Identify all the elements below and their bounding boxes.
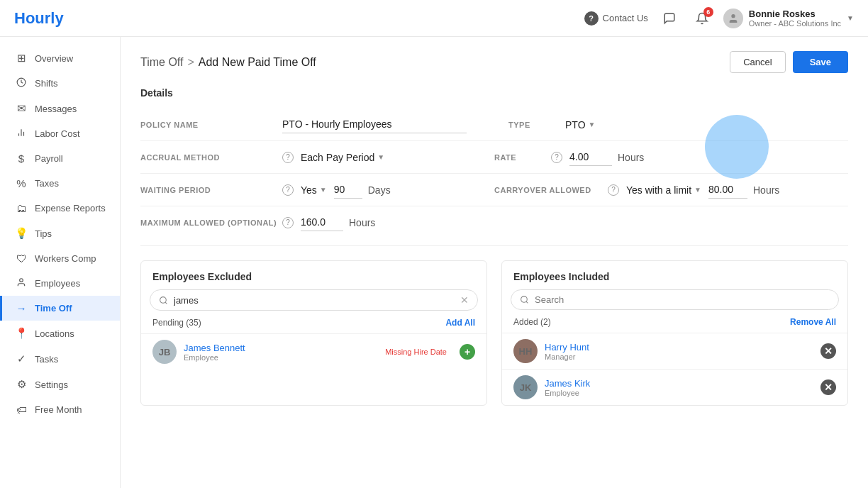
waiting-help-icon[interactable]: ? — [282, 184, 294, 196]
carryover-chevron-icon: ▼ — [694, 186, 701, 194]
svg-line-9 — [526, 301, 528, 303]
accrual-method-select[interactable]: Each Pay Period ▼ — [301, 152, 384, 163]
main-content: Time Off > Add New Paid Time Off Cancel … — [121, 37, 868, 488]
sidebar-item-messages[interactable]: ✉ Messages — [0, 96, 120, 121]
add-all-button[interactable]: Add All — [445, 318, 475, 328]
max-allowed-unit: Hours — [349, 217, 375, 228]
excluded-employee-list: JB James Bennett Employee Missing Hire D… — [141, 333, 486, 370]
policy-name-input[interactable] — [282, 116, 467, 133]
excluded-search-clear-icon[interactable]: ✕ — [460, 294, 469, 306]
carryover-help-icon[interactable]: ? — [608, 184, 619, 196]
tips-icon: 💡 — [15, 227, 28, 240]
add-employee-button[interactable]: + — [460, 344, 475, 360]
waiting-period-unit: Days — [368, 184, 391, 196]
sidebar-item-overview[interactable]: ⊞ Overview — [0, 45, 120, 71]
included-search-icon — [520, 295, 529, 304]
missing-hire-date-badge: Missing Hire Date — [385, 348, 447, 356]
sidebar-item-settings-label: Settings — [35, 379, 68, 390]
sidebar-item-overview-label: Overview — [35, 53, 73, 64]
max-allowed-help-icon[interactable]: ? — [282, 217, 294, 228]
type-select[interactable]: PTO ▼ — [565, 119, 595, 131]
sidebar-item-employees-label: Employees — [35, 278, 80, 289]
accrual-help-icon[interactable]: ? — [282, 152, 294, 163]
settings-icon: ⚙ — [15, 378, 28, 391]
included-search-input[interactable] — [535, 294, 830, 305]
notifications-button[interactable]: 6 — [691, 7, 713, 30]
waiting-period-days-input[interactable] — [334, 181, 362, 199]
employees-included-title: Employees Included — [502, 261, 847, 289]
carryover-select[interactable]: Yes with a limit ▼ — [626, 184, 701, 196]
time-off-icon: → — [15, 302, 28, 314]
sidebar-item-expense-reports-label: Expense Reports — [35, 203, 106, 214]
user-chevron-icon: ▼ — [847, 14, 854, 22]
brand-logo[interactable]: Hourly — [14, 9, 64, 28]
max-allowed-row: MAXIMUM ALLOWED (OPTIONAL) ? Hours — [140, 206, 848, 238]
employee-role: Manager — [545, 353, 813, 361]
avatar: JB — [152, 340, 177, 364]
rate-help-icon[interactable]: ? — [551, 152, 562, 163]
remove-employee-button[interactable]: ✕ — [820, 379, 836, 395]
excluded-search-box: ✕ — [150, 289, 478, 311]
employee-name: Harry Hunt — [545, 342, 813, 353]
sidebar-item-shifts[interactable]: Shifts — [0, 71, 120, 96]
list-item: JB James Bennett Employee Missing Hire D… — [141, 333, 486, 370]
sidebar-item-tips[interactable]: 💡 Tips — [0, 221, 120, 246]
employees-included-panel: Employees Included Added (2) Remove All … — [501, 260, 848, 406]
rate-label: RATE — [494, 153, 551, 162]
employees-excluded-panel: Employees Excluded ✕ Pending (35) Add Al… — [140, 260, 487, 406]
sidebar-item-labor-cost[interactable]: Labor Cost — [0, 121, 120, 146]
breadcrumb-link[interactable]: Time Off — [140, 56, 183, 69]
svg-point-5 — [20, 279, 23, 282]
carryover-hours-input[interactable] — [708, 181, 747, 199]
avatar: JK — [513, 375, 538, 399]
save-button[interactable]: Save — [793, 51, 848, 73]
accrual-method-value: Each Pay Period — [301, 152, 374, 163]
waiting-period-select[interactable]: Yes ▼ — [301, 184, 327, 196]
sidebar-item-expense-reports[interactable]: 🗂 Expense Reports — [0, 196, 120, 221]
sidebar-item-locations-label: Locations — [35, 328, 74, 339]
employees-section: Employees Excluded ✕ Pending (35) Add Al… — [140, 260, 848, 406]
cancel-button[interactable]: Cancel — [730, 51, 785, 73]
sidebar-item-time-off[interactable]: → Time Off — [0, 296, 120, 321]
sidebar-item-workers-comp[interactable]: 🛡 Workers Comp — [0, 246, 120, 271]
free-month-icon: 🏷 — [15, 404, 28, 416]
employee-info: James Kirk Employee — [545, 378, 813, 397]
excluded-list-meta: Pending (35) Add All — [141, 318, 486, 333]
remove-all-button[interactable]: Remove All — [790, 317, 836, 327]
excluded-pending-count: Pending (35) — [152, 318, 201, 328]
contact-us-button[interactable]: ? Contact Us — [584, 11, 648, 26]
sidebar-item-time-off-label: Time Off — [35, 303, 72, 314]
excluded-search-input[interactable] — [174, 295, 455, 306]
expense-reports-icon: 🗂 — [15, 202, 28, 214]
sidebar-item-tasks[interactable]: ✓ Tasks — [0, 346, 120, 372]
carryover-label: CARRYOVER ALLOWED — [494, 186, 608, 194]
sidebar-item-payroll-label: Payroll — [35, 153, 63, 164]
max-allowed-input[interactable] — [301, 214, 343, 231]
accrual-method-label: ACCRUAL METHOD — [140, 153, 282, 162]
sidebar-item-settings[interactable]: ⚙ Settings — [0, 372, 120, 397]
waiting-carryover-row: WAITING PERIOD ? Yes ▼ Days CARRYOVER AL… — [140, 174, 848, 206]
svg-point-0 — [731, 14, 735, 18]
sidebar-item-taxes[interactable]: % Taxes — [0, 171, 120, 196]
notification-badge: 6 — [703, 7, 713, 17]
sidebar-item-tips-label: Tips — [35, 228, 52, 239]
sidebar-item-labor-cost-label: Labor Cost — [35, 128, 80, 139]
included-search-box — [511, 289, 839, 310]
included-list-meta: Added (2) Remove All — [502, 317, 847, 333]
rate-input[interactable] — [569, 148, 612, 166]
remove-employee-button[interactable]: ✕ — [820, 343, 836, 359]
sidebar-item-payroll[interactable]: $ Payroll — [0, 146, 120, 171]
user-menu[interactable]: Bonnie Roskes Owner - ABC Solutions Inc … — [723, 9, 854, 28]
rate-unit: Hours — [618, 152, 644, 163]
user-name: Bonnie Roskes — [749, 9, 841, 19]
employee-role: Employee — [184, 353, 378, 362]
sidebar-item-employees[interactable]: Employees — [0, 271, 120, 296]
messages-button[interactable] — [658, 7, 681, 30]
sidebar-item-locations[interactable]: 📍 Locations — [0, 321, 120, 346]
breadcrumb: Time Off > Add New Paid Time Off — [140, 56, 316, 69]
sidebar-item-free-month[interactable]: 🏷 Free Month — [0, 397, 120, 422]
contact-label: Contact Us — [603, 13, 648, 23]
labor-cost-icon — [15, 128, 28, 140]
type-value: PTO — [565, 119, 586, 131]
list-item: JK James Kirk Employee ✕ — [502, 369, 847, 405]
